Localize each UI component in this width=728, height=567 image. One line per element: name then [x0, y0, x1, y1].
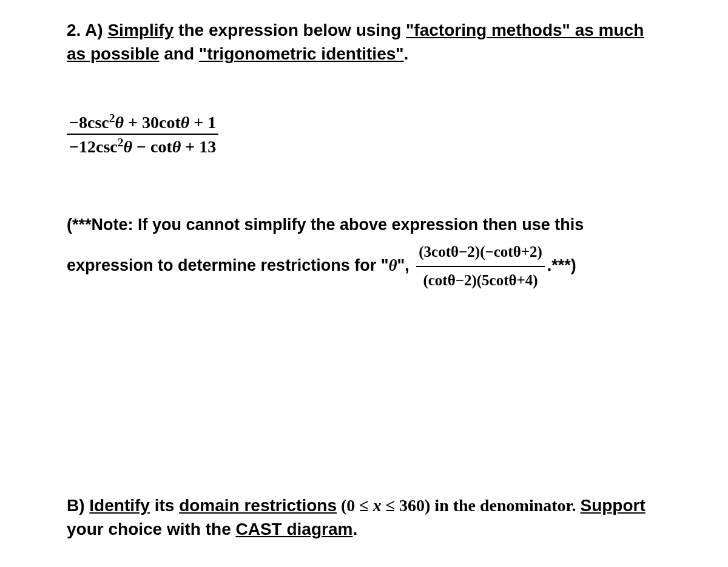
fraction-denominator: −12csc2θ − cotθ + 13	[67, 134, 218, 157]
question-2b: B) Identify its domain restrictions (0 ≤…	[67, 494, 661, 541]
note-suffix: .***)	[547, 256, 576, 274]
partb-cast: CAST diagram	[235, 520, 352, 538]
partb-mid1: its	[150, 496, 179, 515]
partb-range: (0 ≤	[337, 496, 373, 515]
fraction-numerator: −8csc2θ + 30cotθ + 1	[67, 113, 218, 134]
note-fraction: (3cotθ−2)(−cotθ+2)(cotθ−2)(5cotθ+4)	[416, 239, 544, 293]
question-2a-header: 2. A) Simplify the expression below usin…	[67, 18, 661, 66]
main-expression: −8csc2θ + 30cotθ + 1 −12csc2θ − cotθ + 1…	[67, 113, 661, 157]
partb-domain: domain restrictions	[179, 496, 337, 515]
partb-support: Support	[580, 496, 645, 515]
note-text: (***Note: If you cannot simplify the abo…	[67, 211, 661, 293]
header-prefix: 2. A)	[67, 21, 107, 39]
header-period: .	[404, 44, 409, 63]
partb-x: x	[373, 496, 382, 515]
header-simplify: Simplify	[107, 21, 174, 39]
note-frac-num: (3cotθ−2)(−cotθ+2)	[416, 239, 544, 266]
partb-period: .	[352, 520, 357, 538]
note-mid: ",	[397, 256, 414, 274]
main-fraction: −8csc2θ + 30cotθ + 1 −12csc2θ − cotθ + 1…	[67, 113, 218, 157]
partb-mid2: your choice with the	[67, 520, 235, 538]
partb-identify: Identify	[89, 496, 150, 515]
header-trig: "trigonometric identities"	[199, 44, 404, 63]
note-theta: θ	[388, 256, 397, 274]
header-mid1: the expression below using	[174, 21, 406, 39]
partb-range2: ≤ 360) in the denominator.	[382, 496, 581, 515]
note-frac-den: (cotθ−2)(5cotθ+4)	[416, 266, 544, 294]
header-mid2: and	[160, 44, 199, 63]
partb-prefix: B)	[67, 496, 89, 515]
